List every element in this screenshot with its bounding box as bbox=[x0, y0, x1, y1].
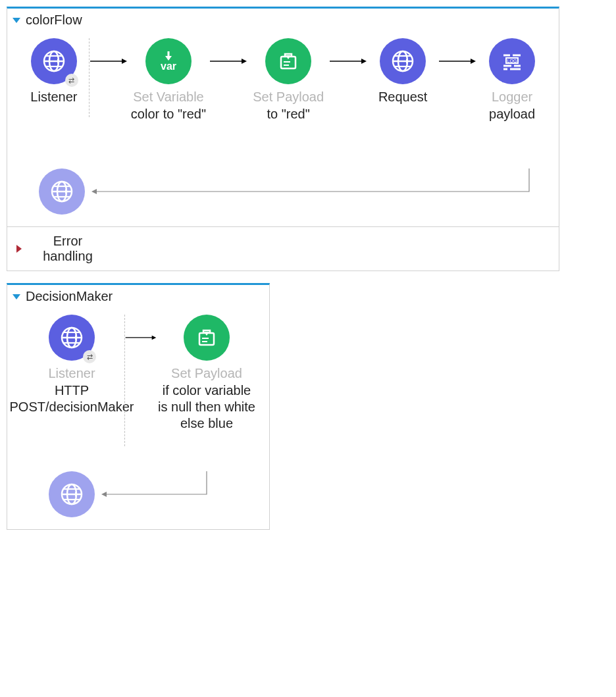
flow-header[interactable]: colorFlow bbox=[7, 9, 559, 32]
node-listener[interactable]: ⇄ Listener bbox=[19, 38, 89, 105]
return-connector bbox=[91, 168, 539, 215]
node-label: Listener bbox=[48, 366, 95, 381]
request-icon bbox=[380, 38, 426, 84]
set-payload-icon bbox=[184, 315, 230, 361]
node-logger[interactable]: Logger payload bbox=[477, 38, 547, 122]
node-set-payload[interactable]: Set Payload if color variable is null th… bbox=[157, 315, 256, 432]
set-payload-icon bbox=[265, 38, 311, 84]
node-listener[interactable]: ⇄ Listener HTTP POST/decisionMaker bbox=[19, 315, 124, 415]
arrow-icon bbox=[209, 38, 248, 84]
svg-marker-23 bbox=[101, 492, 107, 497]
flow-row-main: ⇄ Listener HTTP POST/decisionMaker Set P… bbox=[19, 315, 257, 432]
listener-icon: ⇄ bbox=[49, 315, 95, 361]
node-label: Set Variable bbox=[133, 90, 203, 105]
flow-colorflow-panel: colorFlow ⇄ Listener Set Variable bbox=[7, 7, 559, 271]
node-sublabel: to "red" bbox=[267, 106, 309, 122]
response-row bbox=[19, 168, 547, 215]
node-set-payload[interactable]: Set Payload to "red" bbox=[248, 38, 328, 122]
arrow-icon bbox=[438, 38, 477, 84]
node-label: Logger bbox=[492, 90, 532, 105]
flow-body: ⇄ Listener HTTP POST/decisionMaker Set P… bbox=[7, 308, 269, 529]
node-sublabel: HTTP POST/decisionMaker bbox=[10, 382, 134, 415]
flow-decisionmaker-panel: DecisionMaker ⇄ Listener HTTP POST/decis… bbox=[7, 283, 270, 530]
node-sublabel: color to "red" bbox=[131, 106, 206, 122]
caret-right-icon bbox=[16, 245, 22, 253]
node-sublabel: if color variable is null then white els… bbox=[157, 382, 256, 432]
node-label: Set Payload bbox=[171, 366, 242, 381]
node-set-variable[interactable]: Set Variable color to "red" bbox=[128, 38, 209, 122]
return-connector bbox=[101, 471, 246, 517]
arrow-icon bbox=[328, 38, 368, 84]
set-variable-icon bbox=[145, 38, 192, 84]
exchange-badge-icon: ⇄ bbox=[83, 350, 96, 363]
logger-icon bbox=[489, 38, 535, 84]
flow-title: colorFlow bbox=[26, 13, 82, 28]
node-sublabel: payload bbox=[489, 106, 535, 122]
arrow-icon bbox=[89, 38, 128, 84]
node-label: Request bbox=[378, 90, 428, 105]
error-handling-row[interactable]: Error handling bbox=[7, 226, 559, 271]
svg-marker-22 bbox=[91, 189, 97, 194]
flow-row-main: ⇄ Listener Set Variable color to "red" bbox=[19, 38, 547, 122]
response-icon[interactable] bbox=[39, 168, 85, 215]
response-icon[interactable] bbox=[49, 471, 95, 517]
node-label: Listener bbox=[30, 90, 77, 105]
exchange-badge-icon: ⇄ bbox=[65, 74, 78, 87]
flow-body: ⇄ Listener Set Variable color to "red" bbox=[7, 32, 559, 226]
flow-title: DecisionMaker bbox=[26, 289, 113, 304]
error-label: Error handling bbox=[35, 234, 101, 264]
node-request[interactable]: Request bbox=[368, 38, 438, 105]
node-label: Set Payload bbox=[253, 90, 324, 105]
caret-down-icon bbox=[13, 294, 20, 299]
response-row bbox=[19, 471, 257, 517]
caret-down-icon bbox=[13, 18, 20, 23]
flow-header[interactable]: DecisionMaker bbox=[7, 285, 269, 308]
listener-icon: ⇄ bbox=[31, 38, 77, 84]
arrow-icon bbox=[124, 315, 157, 361]
